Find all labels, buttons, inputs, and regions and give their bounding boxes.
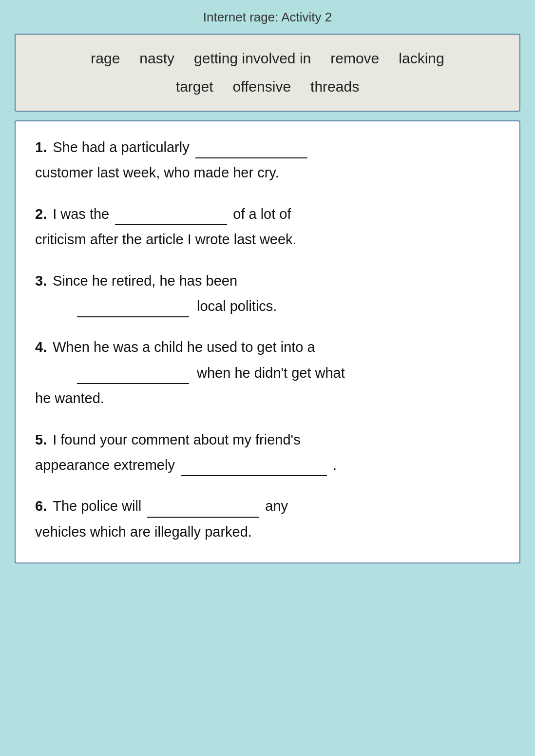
- exercise-4-blank[interactable]: [77, 370, 189, 384]
- exercise-4-continuation: he wanted.: [35, 387, 500, 409]
- word-bank-row2: target offensive threads: [30, 74, 505, 100]
- sentence-4-line1: 4. When he was a child he used to get in…: [35, 336, 500, 358]
- word-lacking: lacking: [399, 45, 444, 72]
- word-offensive: offensive: [233, 74, 291, 100]
- exercise-number-4: 4.: [35, 336, 47, 358]
- exercise-item-2: 2. I was the of a lot of criticism after…: [35, 203, 500, 251]
- exercise-2-continuation: criticism after the article I wrote last…: [35, 228, 500, 251]
- exercise-2-text1: I was the: [53, 203, 109, 225]
- exercise-5-line2: appearance extremely .: [35, 454, 500, 476]
- exercise-1-continuation: customer last week, who made her cry.: [35, 161, 500, 184]
- word-bank-row1: rage nasty getting involved in remove la…: [30, 45, 505, 72]
- exercise-item-1: 1. She had a particularly customer last …: [35, 136, 500, 184]
- sentence-5-line1: 5. I found your comment about my friend'…: [35, 428, 500, 451]
- word-bank: rage nasty getting involved in remove la…: [15, 34, 520, 112]
- exercise-4-text2: when he didn't get what: [197, 362, 345, 384]
- exercise-6-text2: any: [265, 495, 288, 517]
- word-nasty: nasty: [139, 45, 174, 72]
- sentence-2-line1: 2. I was the of a lot of: [35, 203, 500, 225]
- exercise-6-blank[interactable]: [147, 504, 259, 518]
- word-rage: rage: [91, 45, 120, 72]
- exercise-1-blank[interactable]: [195, 145, 307, 158]
- exercise-3-text1: Since he retired, he has been: [53, 270, 237, 292]
- exercise-3-text2: local politics.: [197, 295, 277, 317]
- exercise-6-text1: The police will: [53, 495, 141, 517]
- word-getting-involved-in: getting involved in: [194, 45, 311, 72]
- exercise-3-line2: local politics.: [35, 295, 500, 317]
- exercise-4-line2: when he didn't get what: [35, 362, 500, 384]
- exercise-number-5: 5.: [35, 428, 47, 451]
- exercise-1-text1: She had a particularly: [53, 136, 190, 158]
- word-threads: threads: [310, 74, 359, 100]
- exercise-4-text1: When he was a child he used to get into …: [53, 336, 315, 358]
- exercise-box: 1. She had a particularly customer last …: [15, 120, 520, 563]
- exercise-5-text1: I found your comment about my friend's: [53, 428, 300, 451]
- sentence-1-line1: 1. She had a particularly: [35, 136, 500, 158]
- exercise-5-period: .: [333, 454, 337, 476]
- exercise-number-1: 1.: [35, 136, 47, 158]
- sentence-6-line1: 6. The police will any: [35, 495, 500, 517]
- exercise-item-5: 5. I found your comment about my friend'…: [35, 428, 500, 477]
- sentence-3-line1: 3. Since he retired, he has been: [35, 270, 500, 292]
- exercise-2-text2: of a lot of: [233, 203, 291, 225]
- exercise-2-blank[interactable]: [115, 212, 227, 225]
- exercise-5-blank[interactable]: [181, 463, 327, 476]
- exercise-number-2: 2.: [35, 203, 47, 225]
- exercise-number-3: 3.: [35, 270, 47, 292]
- exercise-item-6: 6. The police will any vehicles which ar…: [35, 495, 500, 543]
- word-remove: remove: [330, 45, 379, 72]
- exercise-5-text2: appearance extremely: [35, 454, 175, 476]
- exercise-6-continuation: vehicles which are illegally parked.: [35, 521, 500, 543]
- word-target: target: [176, 74, 213, 100]
- page-title: Internet rage: Activity 2: [15, 10, 520, 25]
- exercise-item-3: 3. Since he retired, he has been local p…: [35, 270, 500, 318]
- exercise-item-4: 4. When he was a child he used to get in…: [35, 336, 500, 409]
- exercise-3-blank[interactable]: [77, 304, 189, 317]
- exercise-number-6: 6.: [35, 495, 47, 517]
